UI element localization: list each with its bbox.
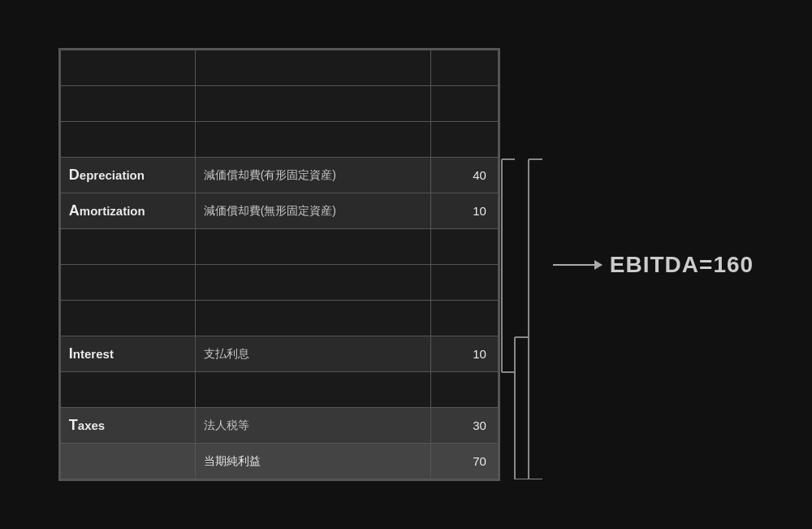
taxes-desc: 法人税等 [195, 408, 430, 444]
amortization-rest: mortization [80, 204, 145, 218]
desc-cell [195, 50, 430, 86]
table-row [60, 86, 498, 122]
amortization-value: 10 [430, 193, 498, 229]
depreciation-rest: epreciation [80, 168, 145, 182]
value-cell [430, 86, 498, 122]
net-income-row: 当期純利益 70 [60, 444, 498, 479]
table-row [60, 265, 498, 301]
label-cell [60, 122, 195, 158]
label-cell [60, 86, 195, 122]
table-row [60, 372, 498, 408]
interest-desc: 支払利息 [195, 336, 430, 372]
taxes-first-letter: T [69, 417, 78, 433]
depreciation-row: Depreciation 減価償却費(有形固定資産) 40 [60, 158, 498, 193]
interest-rest: nterest [73, 347, 114, 361]
desc-cell [195, 86, 430, 122]
desc-cell [195, 265, 430, 301]
label-cell [60, 265, 195, 301]
net-income-value: 70 [430, 444, 498, 479]
taxes-rest: axes [78, 418, 105, 432]
main-container: Depreciation 減価償却費(有形固定資産) 40 Amortizati… [58, 48, 754, 481]
amortization-first-letter: A [69, 202, 80, 219]
amortization-label: Amortization [60, 193, 195, 229]
table-row [60, 50, 498, 86]
taxes-row: Taxes 法人税等 30 [60, 408, 498, 444]
interest-row: Interest 支払利息 10 [60, 336, 498, 372]
table-row [60, 122, 498, 158]
amortization-desc: 減価償却費(無形固定資産) [195, 193, 430, 229]
taxes-label: Taxes [60, 408, 195, 444]
value-cell [430, 122, 498, 158]
depreciation-first-letter: D [69, 167, 80, 183]
label-cell [60, 301, 195, 336]
table-wrapper: Depreciation 減価償却費(有形固定資産) 40 Amortizati… [58, 48, 500, 481]
interest-value: 10 [430, 336, 498, 372]
desc-cell [195, 372, 430, 408]
taxes-value: 30 [430, 408, 498, 444]
value-cell [430, 50, 498, 86]
label-cell [60, 50, 195, 86]
table-row [60, 229, 498, 265]
desc-cell [195, 301, 430, 336]
net-income-desc: 当期純利益 [195, 444, 430, 479]
value-cell [430, 265, 498, 301]
value-cell [430, 372, 498, 408]
desc-cell [195, 229, 430, 265]
interest-label: Interest [60, 336, 195, 372]
depreciation-desc: 減価償却費(有形固定資産) [195, 158, 430, 193]
arrow-line [553, 264, 602, 266]
value-cell [430, 229, 498, 265]
ebitda-table: Depreciation 減価償却費(有形固定資産) 40 Amortizati… [60, 50, 499, 479]
table-row [60, 301, 498, 336]
ebitda-label: EBITDA=160 [610, 252, 754, 278]
depreciation-value: 40 [430, 158, 498, 193]
bracket-svg [500, 50, 545, 479]
bracket-container [500, 50, 545, 479]
label-cell [60, 372, 195, 408]
desc-cell [195, 122, 430, 158]
value-cell [430, 301, 498, 336]
label-cell [60, 229, 195, 265]
ebitda-area: EBITDA=160 [553, 252, 754, 278]
depreciation-label: Depreciation [60, 158, 195, 193]
amortization-row: Amortization 減価償却費(無形固定資産) 10 [60, 193, 498, 229]
net-income-label-empty [60, 444, 195, 479]
